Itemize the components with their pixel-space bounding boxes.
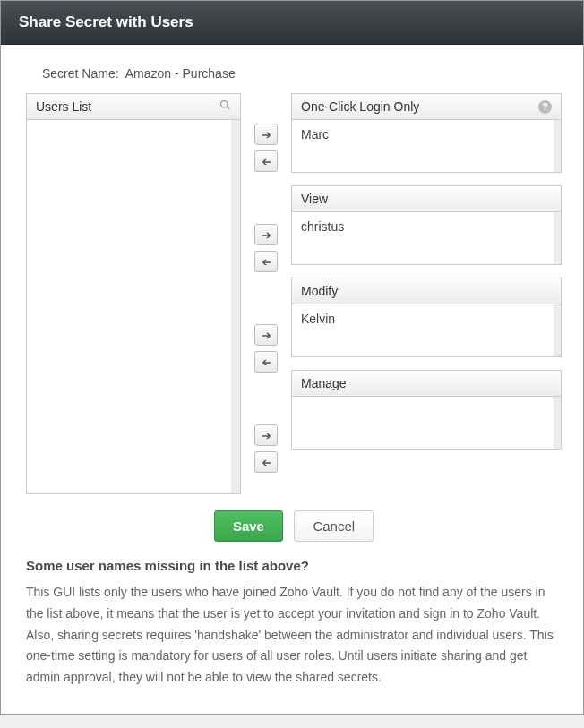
move-right-button-view[interactable]: ➔ — [254, 224, 278, 245]
help-icon[interactable]: ? — [538, 100, 552, 114]
permission-header-modify: Modify — [292, 278, 561, 304]
permission-panel-view: Viewchristus — [291, 185, 562, 265]
list-item[interactable]: Marc — [301, 127, 545, 141]
share-layout: Users List ➔ ➔ ➔ ➔ ➔ ➔ ➔ ➔ — [26, 93, 562, 494]
cancel-button[interactable]: Cancel — [294, 510, 374, 542]
permission-body-view[interactable]: christus — [292, 212, 561, 264]
info-body: This GUI lists only the users who have j… — [26, 582, 562, 689]
permission-header-manage: Manage — [292, 371, 561, 397]
share-secret-dialog: Share Secret with Users Secret Name: Ama… — [0, 0, 584, 715]
permission-panel-manage: Manage — [291, 370, 562, 450]
permission-title-manage: Manage — [301, 376, 347, 390]
secret-name-label: Secret Name: — [42, 66, 119, 81]
users-list-title: Users List — [36, 99, 91, 114]
permission-title-oneclick: One-Click Login Only — [301, 99, 419, 114]
move-right-button-oneclick[interactable]: ➔ — [254, 124, 278, 145]
permission-title-view: View — [301, 192, 328, 206]
permission-body-oneclick[interactable]: Marc — [292, 120, 561, 172]
secret-name-row: Secret Name: Amazon - Purchase — [42, 66, 562, 81]
arrow-column: ➔ ➔ ➔ ➔ ➔ ➔ ➔ ➔ — [250, 93, 282, 494]
users-list-header: Users List — [27, 94, 240, 120]
permission-body-manage[interactable] — [292, 397, 561, 449]
secret-name-value: Amazon - Purchase — [125, 66, 236, 81]
move-right-button-modify[interactable]: ➔ — [254, 324, 278, 346]
move-left-button-oneclick[interactable]: ➔ — [254, 150, 278, 172]
permission-panel-modify: ModifyKelvin — [291, 278, 562, 357]
svg-point-0 — [221, 101, 228, 107]
search-icon[interactable] — [219, 99, 231, 114]
list-item[interactable]: Kelvin — [301, 312, 545, 326]
dialog-body: Secret Name: Amazon - Purchase Users Lis… — [1, 45, 583, 714]
move-left-button-view[interactable]: ➔ — [254, 251, 278, 272]
dialog-title: Share Secret with Users — [1, 1, 583, 45]
users-list-column: Users List — [26, 93, 241, 494]
permission-body-modify[interactable]: Kelvin — [292, 304, 561, 356]
svg-line-1 — [227, 107, 229, 109]
permission-header-oneclick: One-Click Login Only? — [292, 94, 561, 120]
permission-groups-column: One-Click Login Only?MarcViewchristusMod… — [291, 93, 562, 494]
move-left-button-modify[interactable]: ➔ — [254, 351, 278, 373]
permission-panel-oneclick: One-Click Login Only?Marc — [291, 93, 562, 173]
permission-title-modify: Modify — [301, 284, 338, 298]
save-button[interactable]: Save — [214, 510, 283, 542]
list-item[interactable]: christus — [301, 219, 545, 234]
move-right-button-manage[interactable]: ➔ — [254, 424, 278, 446]
move-left-button-manage[interactable]: ➔ — [254, 451, 278, 473]
dialog-actions: Save Cancel — [26, 510, 562, 542]
info-heading: Some user names missing in the list abov… — [26, 558, 562, 573]
permission-header-view: View — [292, 186, 561, 212]
users-list-panel: Users List — [26, 93, 241, 494]
info-section: Some user names missing in the list abov… — [26, 542, 562, 696]
users-list-body[interactable] — [27, 120, 240, 493]
